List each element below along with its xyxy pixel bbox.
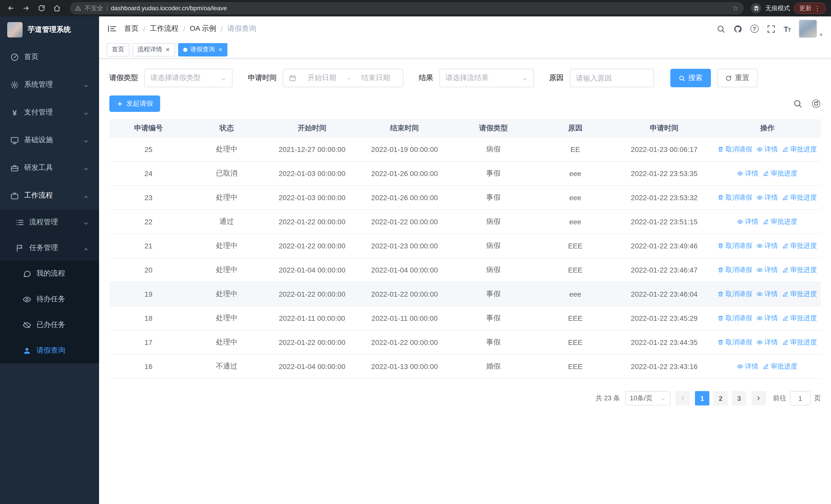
sidebar-item-system[interactable]: 系统管理 [0, 71, 99, 98]
font-size-icon[interactable]: TT [784, 24, 791, 33]
progress-action-link[interactable]: 审批进度 [782, 338, 817, 347]
breadcrumb-item[interactable]: 首页 [124, 24, 139, 33]
app-logo[interactable]: 芋道管理系统 [0, 17, 99, 43]
tag-leave-query[interactable]: 请假查询 × [178, 43, 227, 56]
table-cell: 不通过 [188, 362, 266, 371]
breadcrumb-separator: / [221, 25, 223, 33]
browser-menu-icon[interactable]: ⋮ [814, 4, 821, 12]
goto-page-input[interactable] [790, 391, 810, 406]
filter-result: 结果 请选择流结果 [419, 69, 534, 87]
browser-home-icon[interactable] [51, 3, 63, 14]
cancel-action-link[interactable]: 取消请假 [718, 193, 752, 202]
table-cell: 2022-01-22 23:49:46 [614, 242, 714, 250]
progress-action-link[interactable]: 审批进度 [782, 193, 817, 202]
fullscreen-icon[interactable] [767, 24, 776, 33]
tag-process-detail[interactable]: 流程详情 × [133, 43, 175, 56]
table-row: 23处理中2022-01-03 00:00:002022-01-26 00:00… [109, 186, 821, 210]
result-select[interactable]: 请选择流结果 [439, 69, 534, 87]
page-button-2[interactable]: 2 [713, 391, 728, 406]
browser-update-button[interactable]: 更新 ⋮ [794, 3, 826, 14]
not-secure-label[interactable]: 不安全 [85, 4, 103, 12]
row-actions: 详情审批进度 [714, 362, 821, 371]
search-icon[interactable] [717, 24, 725, 33]
detail-action-link[interactable]: 详情 [757, 241, 778, 250]
reset-button[interactable]: 重置 [717, 69, 757, 87]
cancel-action-link[interactable]: 取消请假 [718, 314, 752, 323]
refresh-icon[interactable] [811, 99, 821, 108]
sidebar-item-done-tasks[interactable]: 已办任务 [0, 312, 99, 338]
user-menu[interactable]: ▼ [799, 20, 823, 38]
leave-type-select[interactable]: 请选择请假类型 [144, 69, 232, 87]
sidebar-item-task-mgmt[interactable]: 任务管理 [0, 235, 99, 261]
close-icon[interactable]: × [219, 46, 222, 53]
sidebar-item-infra[interactable]: 基础设施 [0, 126, 99, 154]
sidebar-item-workflow[interactable]: 工作流程 [0, 182, 99, 209]
sidebar-item-label: 研发工具 [24, 163, 78, 173]
progress-action-link[interactable]: 审批进度 [782, 314, 817, 323]
next-page-button[interactable] [751, 391, 766, 406]
detail-action-link[interactable]: 详情 [757, 265, 778, 274]
cancel-action-link[interactable]: 取消请假 [718, 290, 752, 299]
cancel-action-link[interactable]: 取消请假 [718, 338, 752, 347]
filter-label: 原因 [549, 73, 564, 83]
tag-home[interactable]: 首页 [107, 43, 130, 56]
sidebar-item-home[interactable]: 首页 [0, 43, 99, 71]
browser-reload-icon[interactable] [36, 3, 47, 14]
url-text[interactable]: dashboard.yudao.iocoder.cn/bpm/oa/leave [111, 5, 728, 12]
table-cell: 已取消 [188, 169, 266, 178]
collapse-sidebar-icon[interactable] [107, 24, 117, 34]
page-button-1[interactable]: 1 [695, 391, 709, 406]
chevron-down-icon [83, 137, 89, 143]
page-size-select[interactable]: 10条/页 [625, 391, 670, 406]
zoom-icon[interactable] [793, 99, 802, 108]
sidebar-item-devtools[interactable]: 研发工具 [0, 154, 99, 182]
avatar[interactable] [799, 20, 817, 38]
detail-action-link[interactable]: 详情 [757, 338, 778, 347]
breadcrumb: 首页 / 工作流程 / OA 示例 / 请假查询 [124, 24, 709, 33]
cancel-action-link[interactable]: 取消请假 [718, 265, 752, 274]
progress-action-link[interactable]: 审批进度 [763, 362, 797, 371]
help-icon[interactable]: ? [750, 25, 758, 33]
sidebar-item-my-process[interactable]: 我的流程 [0, 261, 99, 287]
table-cell: 事假 [451, 290, 536, 299]
browser-forward-icon[interactable] [21, 3, 32, 14]
close-icon[interactable]: × [166, 46, 170, 53]
detail-action-link[interactable]: 详情 [737, 217, 758, 226]
search-button[interactable]: 搜索 [670, 69, 711, 87]
progress-action-link[interactable]: 审批进度 [763, 217, 797, 226]
filter-label: 申请时间 [248, 73, 277, 83]
chrome-right-controls: 无痕模式 更新 ⋮ [751, 3, 826, 14]
cancel-action-link[interactable]: 取消请假 [718, 145, 752, 154]
page-button-3[interactable]: 3 [732, 391, 746, 406]
date-range-picker[interactable]: 开始日期 - 结束日期 [283, 69, 403, 87]
progress-action-link[interactable]: 审批进度 [782, 241, 817, 250]
detail-action-link[interactable]: 详情 [757, 314, 778, 323]
progress-action-link[interactable]: 审批进度 [782, 145, 817, 154]
progress-action-link[interactable]: 审批进度 [782, 265, 817, 274]
end-date-placeholder[interactable]: 结束日期 [354, 73, 397, 83]
sidebar-item-leave-query[interactable]: 请假查询 [0, 338, 99, 363]
detail-action-link[interactable]: 详情 [757, 193, 778, 202]
cancel-action-link[interactable]: 取消请假 [718, 241, 752, 250]
browser-back-icon[interactable] [5, 3, 17, 14]
progress-action-link[interactable]: 审批进度 [763, 169, 797, 178]
sidebar-item-todo-tasks[interactable]: 待办任务 [0, 287, 99, 312]
table-cell: 病假 [451, 265, 536, 274]
detail-action-link[interactable]: 详情 [757, 145, 778, 154]
start-date-placeholder[interactable]: 开始日期 [300, 73, 343, 83]
create-leave-button[interactable]: 发起请假 [109, 95, 160, 112]
github-icon[interactable] [734, 24, 742, 33]
sidebar-item-process-mgmt[interactable]: 流程管理 [0, 209, 99, 235]
address-bar[interactable]: 不安全 dashboard.yudao.iocoder.cn/bpm/oa/le… [70, 2, 744, 14]
progress-action-link[interactable]: 审批进度 [782, 290, 817, 299]
breadcrumb-item[interactable]: 工作流程 [150, 24, 179, 33]
prev-page-button[interactable] [676, 391, 690, 406]
detail-action-link[interactable]: 详情 [757, 290, 778, 299]
reason-input[interactable] [570, 69, 654, 87]
table-cell: 2022-01-19 00:00:00 [358, 145, 451, 153]
detail-action-link[interactable]: 详情 [737, 169, 758, 178]
detail-action-link[interactable]: 详情 [737, 362, 758, 371]
sidebar-item-payment[interactable]: ¥ 支付管理 [0, 98, 99, 126]
bookmark-star-icon[interactable]: ☆ [732, 4, 739, 12]
breadcrumb-item[interactable]: OA 示例 [190, 24, 216, 33]
